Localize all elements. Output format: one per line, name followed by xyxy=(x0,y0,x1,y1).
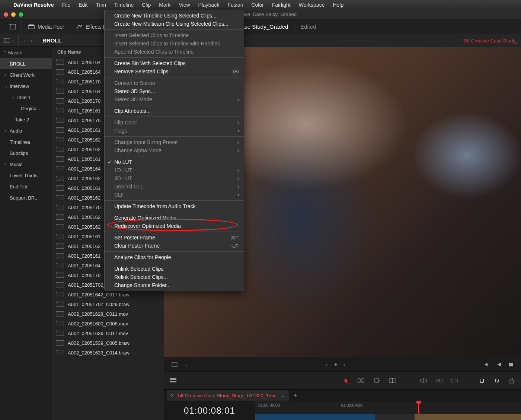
bin-nav[interactable]: ‹› xyxy=(19,34,38,47)
context-menu-item[interactable]: Analyze Clips for People xyxy=(105,253,244,261)
context-menu-item[interactable]: No LUT xyxy=(105,158,244,166)
timeline-tabbar: ✕ Tilt Creative Case Study_Story_ 031320… xyxy=(164,389,521,401)
add-timeline-button[interactable]: + xyxy=(290,392,301,400)
context-menu-item[interactable]: Update Timecode from Audio Track xyxy=(105,202,244,210)
context-menu-item[interactable]: Remove Selected Clips xyxy=(105,67,244,76)
link-button[interactable] xyxy=(493,377,500,384)
clip-row[interactable]: A002_02051600_C008.mov xyxy=(52,319,164,328)
clip-row[interactable]: A001_02051707_C029.braw xyxy=(52,299,164,309)
position-tool[interactable] xyxy=(373,377,380,384)
timecode-value[interactable]: 01:00:08:01 xyxy=(184,405,235,416)
menu-color[interactable]: Color xyxy=(251,2,263,8)
clip-icon xyxy=(56,166,64,171)
svg-rect-9 xyxy=(170,378,176,380)
trim-tool[interactable] xyxy=(357,377,365,384)
menu-help[interactable]: Help xyxy=(333,2,343,8)
clip-icon xyxy=(56,195,64,200)
context-menu-item[interactable]: Stereo 3D Sync... xyxy=(105,87,244,95)
menu-timeline[interactable]: Timeline xyxy=(114,2,134,8)
context-menu-item: Clip Color xyxy=(105,118,244,127)
svg-rect-18 xyxy=(452,379,458,382)
clip-row[interactable]: A002_02051636_C017.mov xyxy=(52,328,164,338)
context-menu-item[interactable]: Clear Poster Frame⌥P xyxy=(105,242,244,250)
timeline-track-preview[interactable] xyxy=(255,414,521,420)
bin-tree-header[interactable]: › Master xyxy=(0,48,52,58)
bin-tree-item[interactable]: Lower Thirds xyxy=(0,170,52,181)
context-menu-item[interactable]: Create New Multicam Clip Using Selected … xyxy=(105,20,244,28)
window-close-button[interactable] xyxy=(4,12,8,17)
bin-tree-item[interactable]: ⌄Take 1 xyxy=(0,92,52,103)
clip-row[interactable]: A002_02051633_C014.braw xyxy=(52,348,164,357)
menu-playback[interactable]: Playback xyxy=(198,2,220,8)
menu-edit[interactable]: Edit xyxy=(79,2,87,8)
context-menu-item[interactable]: Create Bin With Selected Clips xyxy=(105,59,244,67)
close-tab-icon[interactable]: ✕ xyxy=(170,393,174,398)
clip-icon xyxy=(56,69,64,74)
bin-tree-item[interactable]: ⌄Interview xyxy=(0,80,52,92)
toolbar-layout-button[interactable] xyxy=(3,19,22,34)
menu-clip[interactable]: Clip xyxy=(142,2,151,8)
window-zoom-button[interactable] xyxy=(19,12,23,17)
menu-workspace[interactable]: Workspace xyxy=(299,2,325,8)
context-menu-item[interactable]: Clip Attributes... xyxy=(105,107,244,115)
bin-tree-item[interactable]: BROLL xyxy=(0,58,52,69)
context-menu-item[interactable]: Generate Optimized Media xyxy=(105,214,244,222)
context-menu-item[interactable]: Rediscover Optimized Media xyxy=(105,222,244,230)
clip-icon xyxy=(56,137,64,142)
app-name[interactable]: DaVinci Resolve xyxy=(13,2,54,8)
timecode-bar: 01:00:08:01 01:00:00:00 01:00:04:00 xyxy=(164,401,521,420)
timeline-view-button[interactable] xyxy=(170,378,176,384)
lock-button[interactable] xyxy=(508,377,515,384)
timeline-tab-label: Tilt Creative Case Study_Story_ 031320_1… xyxy=(177,393,277,398)
context-menu-item[interactable]: Create New Timeline Using Selected Clips… xyxy=(105,12,244,20)
menu-view[interactable]: View xyxy=(179,2,190,8)
snap-button[interactable] xyxy=(479,377,485,384)
clip-icon xyxy=(56,127,64,133)
clip-row[interactable]: A002_02051539_C005.braw xyxy=(52,338,164,348)
timeline-ruler[interactable]: 01:00:00:00 01:00:04:00 xyxy=(255,401,521,420)
bin-tree-item[interactable]: Take 2 xyxy=(0,114,52,125)
context-menu-item[interactable]: Relink Selected Clips... xyxy=(105,273,244,281)
go-to-start-button[interactable] xyxy=(483,362,490,367)
bin-tree-item[interactable]: ›Music xyxy=(0,159,52,170)
bin-tree-item[interactable]: Original... xyxy=(0,103,52,114)
menu-trim[interactable]: Trim xyxy=(96,2,106,8)
tab-dropdown-icon[interactable]: ⌄ xyxy=(281,393,285,398)
toolbar-media-pool-button[interactable]: Media Pool xyxy=(22,19,70,34)
overwrite-clip-button[interactable] xyxy=(435,377,443,384)
bin-tree-item[interactable]: End Title xyxy=(0,181,52,192)
blade-tool[interactable] xyxy=(389,377,396,384)
clip-row[interactable]: A002_02051628_C011.mov xyxy=(52,309,164,319)
clip-icon xyxy=(56,292,64,297)
stop-button[interactable] xyxy=(508,362,514,367)
context-menu-item[interactable]: Change Source Folder... xyxy=(105,281,244,289)
transform-dropdown-icon[interactable]: ⌄ xyxy=(185,362,188,367)
clip-icon xyxy=(56,263,64,268)
bin-tree-item[interactable]: ›Client Work xyxy=(0,69,52,80)
context-menu-item[interactable]: Unlink Selected Clips xyxy=(105,265,244,273)
selection-tool[interactable] xyxy=(344,377,349,384)
menu-fairlight[interactable]: Fairlight xyxy=(272,2,291,8)
project-status: Edited xyxy=(294,23,316,30)
viewer-prev-button[interactable]: ‹ xyxy=(326,362,328,368)
menu-mark[interactable]: Mark xyxy=(159,2,170,8)
edit-toolbar xyxy=(164,372,521,389)
replace-clip-button[interactable] xyxy=(451,377,458,384)
timeline-tab[interactable]: ✕ Tilt Creative Case Study_Story_ 031320… xyxy=(167,390,289,401)
bin-tree-item[interactable]: Support BR... xyxy=(0,192,52,203)
bin-tree-item[interactable]: Subclips xyxy=(0,147,52,159)
menu-fusion[interactable]: Fusion xyxy=(227,2,243,8)
transform-icon[interactable] xyxy=(171,362,178,367)
bin-tree-item[interactable]: Timelines xyxy=(0,136,52,147)
ruler-tick: 01:00:00:00 xyxy=(258,403,280,407)
insert-clip-button[interactable] xyxy=(420,377,427,384)
context-menu-item[interactable]: Set Poster Frame⌘P xyxy=(105,233,244,242)
viewer-next-button[interactable]: › xyxy=(343,362,345,368)
context-menu-item: Convert to Stereo xyxy=(105,79,244,87)
window-minimize-button[interactable] xyxy=(11,12,16,17)
clip-icon xyxy=(56,147,64,152)
play-reverse-button[interactable] xyxy=(496,362,502,367)
bin-tree-item[interactable]: ›Audio xyxy=(0,125,52,136)
menu-file[interactable]: File xyxy=(62,2,71,8)
view-mode-button[interactable]: ⌄ xyxy=(0,34,19,47)
